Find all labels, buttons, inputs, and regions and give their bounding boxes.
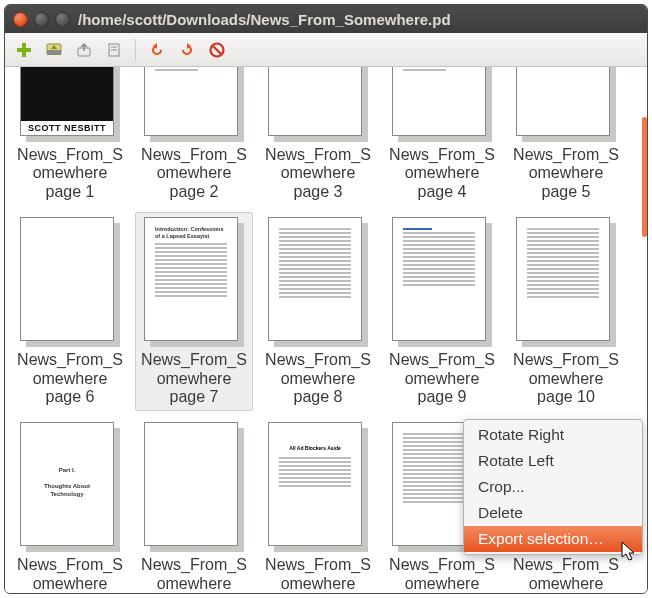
part-title: Part I.Thoughts About Technology [31,467,103,498]
thumb-caption: News_From_Somewhere page 12 [140,556,248,593]
page-thumbnail[interactable]: News_From_Somewhere page 4 [383,67,501,206]
page-icon [105,41,123,59]
thumb-page [144,422,238,546]
thumbnail-area[interactable]: SCOTT NESBITT News_From_Somewhere page 1… [5,67,647,593]
thumb-caption: News_From_Somewhere page 5 [512,146,620,201]
thumb-caption: News_From_Somewhere page 2 [140,146,248,201]
thumb-caption: News_From_Somewhere page 4 [388,146,496,201]
rotate-left-icon [148,41,166,59]
svg-line-9 [213,45,222,54]
app-window: /home/scott/Downloads/News_From_Somewher… [4,4,648,594]
thumb-wrap [516,67,616,142]
thumb-page [516,217,610,341]
context-menu-item[interactable]: Export selection… [464,526,642,552]
thumb-caption: News_From_Somewhere page 14 [388,556,496,593]
add-button[interactable] [11,37,37,63]
thumb-wrap [392,67,492,142]
thumb-page [268,67,362,136]
page-thumbnail[interactable]: Introduction: Confessions of a Lapsed Es… [135,212,253,411]
context-menu: Rotate RightRotate LeftCrop...DeleteExpo… [463,419,643,555]
rotate-right-button[interactable] [174,37,200,63]
titlebar[interactable]: /home/scott/Downloads/News_From_Somewher… [5,5,647,33]
context-menu-item[interactable]: Rotate Left [464,448,642,474]
delete-button[interactable] [204,37,230,63]
thumb-caption: News_From_Somewhere page 3 [264,146,372,201]
rotate-left-button[interactable] [144,37,170,63]
close-icon[interactable] [13,12,28,27]
thumb-wrap [392,217,492,347]
thumb-page: All Ad Blockers Aside [268,422,362,546]
drive-icon [45,41,63,59]
thumb-wrap [516,217,616,347]
thumb-page [268,217,362,341]
page-thumbnail[interactable]: News_From_Somewhere page 8 [259,212,377,411]
toolbar [5,33,647,67]
thumb-wrap [20,217,120,347]
thumb-wrap [144,67,244,142]
thumb-page: SCOTT NESBITT [20,67,114,136]
thumb-caption: News_From_Somewhere page 8 [264,351,372,406]
rotate-right-icon [178,41,196,59]
page-thumbnail[interactable]: News_From_Somewhere page 12 [135,417,253,593]
thumb-caption: News_From_Somewhere page 7 [140,351,248,406]
thumb-wrap: All Ad Blockers Aside [268,422,368,552]
thumb-wrap [144,422,244,552]
thumb-wrap: Introduction: Confessions of a Lapsed Es… [144,217,244,347]
thumb-caption: News_From_Somewhere page 10 [512,351,620,406]
svg-rect-3 [47,50,61,55]
page-thumbnail[interactable]: News_From_Somewhere page 9 [383,212,501,411]
page-thumbnail[interactable]: News_From_Somewhere page 3 [259,67,377,206]
maximize-icon[interactable] [55,12,70,27]
toolbar-separator [135,39,136,61]
page-thumbnail[interactable]: News_From_Somewhere page 5 [507,67,625,206]
thumb-page: Part I.Thoughts About Technology [20,422,114,546]
thumb-page [516,67,610,136]
thumb-wrap [268,217,368,347]
intro-heading: Introduction: Confessions of a Lapsed Es… [155,226,227,239]
thumb-page [392,217,486,341]
thumb-wrap [268,67,368,142]
page-thumbnail[interactable]: All Ad Blockers Aside News_From_Somewher… [259,417,377,593]
page-thumbnail[interactable]: News_From_Somewhere page 6 [11,212,129,411]
save-button[interactable] [41,37,67,63]
thumb-page [20,217,114,341]
thumb-caption: News_From_Somewhere page 11 [16,556,124,593]
thumb-wrap: SCOTT NESBITT [20,67,120,142]
thumb-caption: News_From_Somewhere page 13 [264,556,372,593]
page-thumbnail[interactable]: News_From_Somewhere page 10 [507,212,625,411]
thumb-page [144,67,238,136]
context-menu-item[interactable]: Crop... [464,474,642,500]
minimize-icon[interactable] [34,12,49,27]
cover-author: SCOTT NESBITT [21,121,113,135]
thumb-page: Introduction: Confessions of a Lapsed Es… [144,217,238,341]
context-menu-item[interactable]: Delete [464,500,642,526]
thumb-wrap: Part I.Thoughts About Technology [20,422,120,552]
thumb-caption: News_From_Somewhere page 6 [16,351,124,406]
page-thumbnail[interactable]: SCOTT NESBITT News_From_Somewhere page 1 [11,67,129,206]
chapter-heading: All Ad Blockers Aside [279,445,351,451]
window-controls [13,12,70,27]
thumb-caption: News_From_Somewhere page 1 [16,146,124,201]
properties-button[interactable] [101,37,127,63]
page-thumbnail[interactable]: News_From_Somewhere page 2 [135,67,253,206]
thumb-page [392,67,486,136]
window-title: /home/scott/Downloads/News_From_Somewher… [78,11,451,28]
page-thumbnail[interactable]: Part I.Thoughts About Technology News_Fr… [11,417,129,593]
export-icon [75,41,93,59]
thumb-caption: News_From_Somewhere page 15 [512,556,620,593]
svg-rect-1 [17,48,31,52]
thumb-caption: News_From_Somewhere page 9 [388,351,496,406]
context-menu-item[interactable]: Rotate Right [464,422,642,448]
no-entry-icon [208,41,226,59]
export-button[interactable] [71,37,97,63]
plus-icon [15,41,33,59]
